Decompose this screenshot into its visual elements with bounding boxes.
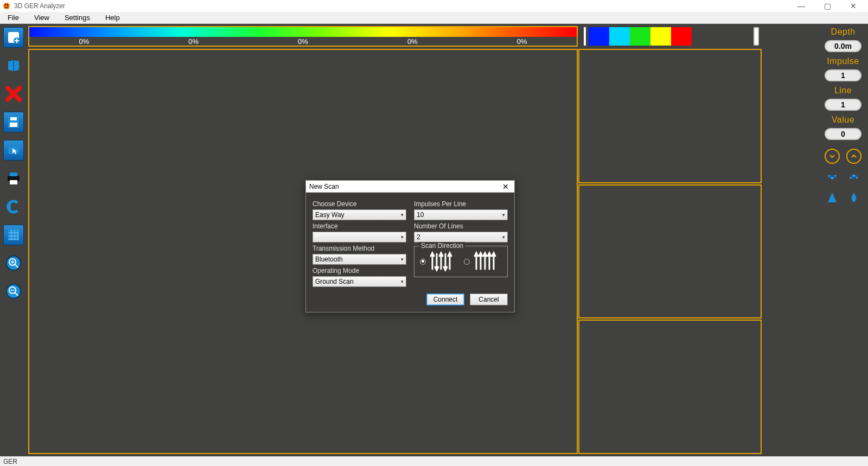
impulse-value: 1 (825, 69, 861, 81)
print-button[interactable] (3, 168, 24, 189)
menu-settings[interactable]: Settings (57, 12, 98, 23)
gradient-tick: 0% (188, 37, 199, 46)
marker-drop-icon[interactable] (846, 190, 861, 205)
open-button[interactable] (3, 55, 24, 76)
svg-point-2 (7, 4, 9, 6)
impulses-select[interactable]: 10▾ (414, 209, 508, 220)
gradient-ticks: 0% 0% 0% 0% 0% (29, 37, 577, 46)
expand-up-icon[interactable] (846, 169, 861, 184)
svg-point-14 (7, 256, 21, 270)
menu-file[interactable]: File (0, 12, 27, 23)
choose-device-label: Choose Device (312, 200, 406, 208)
marker-triangle-icon[interactable] (825, 190, 840, 205)
radio-unchecked-icon (464, 259, 470, 265)
radio-checked-icon (420, 259, 426, 265)
menu-help[interactable]: Help (98, 12, 127, 23)
status-text: GER (3, 458, 17, 465)
svg-rect-8 (10, 123, 17, 127)
minimize-button[interactable]: — (793, 2, 809, 10)
svg-point-1 (5, 4, 7, 6)
svg-rect-13 (8, 229, 19, 240)
grid-button[interactable] (3, 225, 24, 245)
impulses-label: Impulses Per Line (414, 200, 508, 208)
color-block (609, 27, 630, 46)
app-icon (2, 2, 11, 10)
dialog-close-button[interactable]: ✕ (500, 182, 511, 191)
gradient-tick: 0% (407, 37, 418, 46)
transmission-select[interactable]: Bluetooth▾ (312, 254, 406, 265)
choose-device-select[interactable]: Easy Way▾ (312, 209, 406, 220)
color-block (630, 27, 650, 46)
color-block (589, 27, 609, 46)
side-panel-bottom[interactable] (578, 320, 762, 454)
mini-colorbar-marker (584, 27, 586, 46)
color-block (671, 27, 692, 46)
right-sidebar: Depth 0.0m Impulse 1 Line 1 Value 0 (818, 26, 868, 205)
window-title: 3D GER Analyzer (14, 2, 65, 10)
new-scan-dialog: New Scan ✕ Choose Device Easy Way▾ Inter… (305, 180, 515, 312)
side-panel-top[interactable] (578, 49, 762, 183)
scan-direction-label: Scan Direction (419, 242, 465, 250)
maximize-button[interactable]: ▢ (819, 2, 835, 10)
svg-rect-11 (10, 173, 17, 176)
transmission-label: Transmission Method (312, 245, 406, 252)
new-scan-button[interactable] (3, 27, 24, 48)
mini-colorbar (584, 26, 762, 47)
scroll-down-button[interactable] (825, 149, 840, 164)
interface-label: Interface (312, 222, 406, 230)
operating-select[interactable]: Ground Scan▾ (312, 276, 406, 287)
scan-direction-zigzag[interactable] (420, 251, 454, 272)
dialog-title: New Scan (309, 183, 339, 190)
scan-direction-group: Scan Direction (414, 246, 508, 277)
menubar: File View Settings Help (0, 12, 868, 24)
scroll-up-button[interactable] (846, 149, 861, 164)
lines-select[interactable]: 2▾ (414, 232, 508, 242)
svg-point-16 (7, 284, 21, 298)
dialog-titlebar[interactable]: New Scan ✕ (306, 181, 514, 193)
svg-rect-7 (10, 117, 17, 120)
operating-label: Operating Mode (312, 267, 406, 275)
depth-label: Depth (831, 27, 855, 37)
line-label: Line (834, 86, 852, 95)
connect-button[interactable]: Connect (426, 293, 464, 305)
side-panels (578, 49, 762, 454)
left-toolbar (0, 24, 27, 456)
gradient-tick: 0% (517, 37, 527, 46)
delete-button[interactable] (3, 84, 24, 104)
depth-value: 0.0m (825, 40, 861, 52)
color-block (650, 27, 671, 46)
gradient-strip (29, 27, 577, 37)
value-value: 0 (825, 128, 861, 140)
expand-down-icon[interactable] (825, 169, 840, 184)
mini-colorbar-slider[interactable] (754, 27, 759, 46)
touch-button[interactable] (3, 140, 24, 161)
side-panel-middle[interactable] (578, 184, 762, 319)
titlebar: 3D GER Analyzer — ▢ ✕ (0, 0, 868, 12)
scan-direction-parallel[interactable] (464, 251, 498, 272)
color-gradient-bar: 0% 0% 0% 0% 0% (28, 26, 578, 47)
gradient-tick: 0% (79, 37, 90, 46)
lines-label: Number Of Lines (414, 222, 508, 230)
zoom-out-button[interactable] (3, 281, 24, 302)
menu-view[interactable]: View (27, 12, 57, 23)
app-area: 0% 0% 0% 0% 0% Depth 0.0m Impulse 1 Lin (0, 24, 868, 456)
cancel-button[interactable]: Cancel (470, 293, 508, 305)
save-button[interactable] (3, 112, 24, 132)
svg-point-0 (3, 3, 10, 9)
value-label: Value (832, 115, 854, 125)
line-value: 1 (825, 99, 861, 111)
svg-rect-12 (10, 180, 17, 184)
close-button[interactable]: ✕ (845, 2, 861, 10)
impulse-label: Impulse (827, 56, 859, 66)
interface-select[interactable]: ▾ (312, 232, 406, 242)
zoom-in-button[interactable] (3, 253, 24, 273)
undo-button[interactable] (3, 196, 24, 217)
gradient-tick: 0% (298, 37, 308, 46)
statusbar: GER (0, 456, 868, 466)
